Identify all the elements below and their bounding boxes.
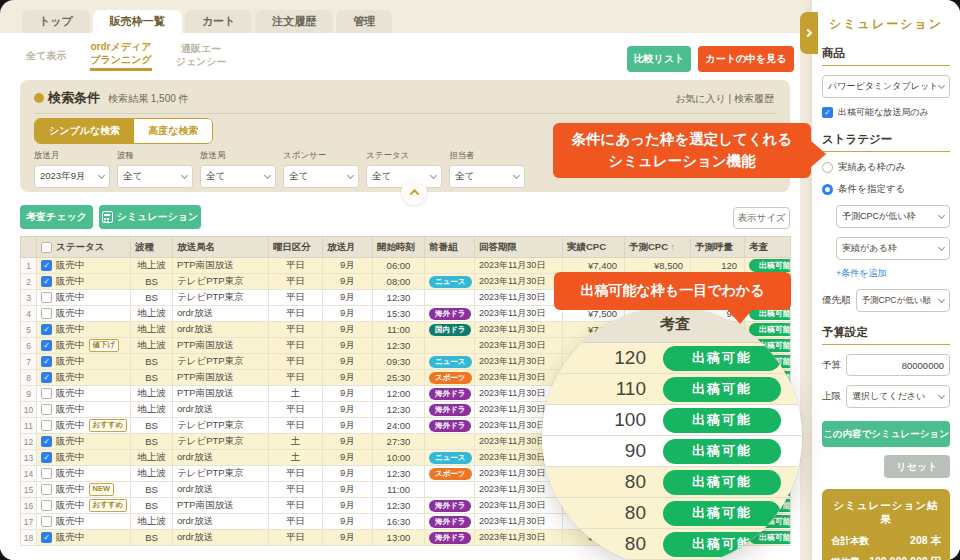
view-cart-button[interactable]: カートの中を見る — [698, 46, 794, 72]
specify-conditions-radiorow[interactable]: 条件を指定する — [822, 183, 950, 196]
specify-conditions-radio[interactable] — [822, 184, 833, 195]
magnified-publishable-pill: 出稿可能 — [663, 501, 781, 526]
divider — [34, 113, 776, 114]
row-checkbox[interactable] — [41, 388, 52, 399]
tab-カート[interactable]: カート — [185, 10, 253, 33]
status-cell: 販売中 — [37, 258, 131, 274]
station-cell: テレビPTP東京 — [173, 290, 269, 306]
col-header-考査[interactable]: 考査 — [745, 237, 791, 258]
cap-select[interactable]: 選択してください — [846, 385, 950, 408]
favorites-link[interactable]: お気に入り — [675, 93, 726, 104]
tab-管理[interactable]: 管理 — [336, 10, 392, 33]
chevron-down-icon — [347, 172, 354, 179]
band-cell: BS — [131, 498, 173, 514]
publishable-pill[interactable]: 出稿可能 — [749, 323, 791, 337]
tab-販売枠一覧[interactable]: 販売枠一覧 — [93, 10, 182, 33]
row-checkbox[interactable] — [41, 308, 52, 319]
row-checkbox[interactable] — [41, 260, 52, 271]
row-checkbox[interactable] — [41, 500, 52, 511]
row-checkbox[interactable] — [41, 468, 52, 479]
review-check-button[interactable]: 考査チェック — [20, 205, 93, 229]
result-label: 媒体費 — [831, 556, 860, 560]
row-checkbox[interactable] — [41, 420, 52, 431]
col-header-放送局名[interactable]: 放送局名 — [173, 237, 269, 258]
genre-pill-海外ドラ: 海外ドラ — [429, 516, 471, 528]
row-checkbox[interactable] — [41, 452, 52, 463]
add-condition-link[interactable]: +条件を追加 — [836, 267, 950, 280]
col-header-開始時刻[interactable]: 開始時刻 — [373, 237, 425, 258]
time-cell: 12:30 — [373, 402, 425, 418]
publishable-stations-checkrow[interactable]: 出稿可能な放送局のみ — [822, 106, 950, 119]
month-cell: 9月 — [323, 498, 373, 514]
status-inner: 販売中 — [41, 291, 126, 304]
publishable-stations-label: 出稿可能な放送局のみ — [838, 106, 929, 119]
filter-select-担当者[interactable]: 全て — [449, 165, 525, 188]
header-label: 考査 — [749, 241, 768, 252]
filter-select-放送局[interactable]: 全て — [200, 165, 276, 188]
tab-注文履歴[interactable]: 注文履歴 — [255, 10, 333, 33]
row-checkbox[interactable] — [41, 484, 52, 495]
day-cell: 平日 — [269, 498, 323, 514]
band-cell: BS — [131, 274, 173, 290]
sidebar-collapse-tab[interactable] — [800, 12, 818, 54]
col-header-回答期限[interactable]: 回答期限 — [475, 237, 563, 258]
col-header-波種[interactable]: 波種 — [131, 237, 173, 258]
filter-select-放送月[interactable]: 2023年9月 — [34, 165, 110, 188]
actual-results-radiorow[interactable]: 実績ある枠のみ — [822, 161, 950, 174]
col-header-前番組[interactable]: 前番組 — [425, 237, 475, 258]
row-checkbox[interactable] — [41, 404, 52, 415]
col-header-放送月[interactable]: 放送月 — [323, 237, 373, 258]
row-checkbox[interactable] — [41, 324, 52, 335]
status-cell: 販売中おすすめ — [37, 498, 131, 514]
chevron-down-icon — [938, 296, 945, 303]
specify-conditions-label: 条件を指定する — [838, 183, 905, 196]
col-header-実績CPC[interactable]: 実績CPC — [563, 237, 625, 258]
search-links: お気に入り | 検索履歴 — [675, 92, 774, 106]
condition2-select[interactable]: 実績がある枠 — [836, 237, 950, 260]
status-label: 販売中 — [56, 387, 85, 400]
row-checkbox[interactable] — [41, 532, 52, 543]
row-checkbox[interactable] — [41, 516, 52, 527]
simulation-button[interactable]: シミュレーション — [99, 205, 201, 229]
product-select[interactable]: パワービタミンタブレット — [822, 75, 950, 98]
subtab-ordrメディアプランニング[interactable]: ordrメディアプランニング — [90, 40, 151, 71]
simple-search-tab[interactable]: シンプルな検索 — [35, 119, 134, 143]
run-simulation-button[interactable]: この内容でシミュレーション — [822, 421, 950, 447]
deadline-cell: 2023年11月30日 — [475, 482, 563, 498]
history-link[interactable]: 検索履歴 — [734, 93, 774, 104]
row-checkbox[interactable] — [41, 340, 52, 351]
compare-list-button[interactable]: 比較リスト — [627, 46, 691, 72]
row-checkbox[interactable] — [41, 372, 52, 383]
condition1-select[interactable]: 予測CPCが低い枠 — [836, 205, 950, 228]
results-title: シミュレーション結果 — [831, 499, 941, 527]
row-number: 10 — [21, 402, 37, 418]
col-header-予測CPC[interactable]: 予測CPC ↑ — [625, 237, 691, 258]
display-size-button[interactable]: 表示サイズ — [733, 207, 790, 229]
condition2-value: 実績がある枠 — [842, 242, 936, 255]
reset-button[interactable]: リセット — [884, 455, 950, 478]
filter-select-波種[interactable]: 全て — [117, 165, 193, 188]
magnified-publishable-pill: 出稿可能 — [663, 470, 781, 495]
select-all-checkbox[interactable] — [41, 242, 52, 253]
subtab-全て表示[interactable]: 全て表示 — [26, 49, 66, 62]
budget-input[interactable]: 80000000 — [846, 354, 950, 376]
tab-トップ[interactable]: トップ — [22, 10, 90, 33]
row-checkbox[interactable] — [41, 436, 52, 447]
status-inner: 販売中 — [41, 307, 126, 320]
time-cell: 12:30 — [373, 498, 425, 514]
collapse-search-button[interactable] — [401, 179, 427, 205]
priority-select[interactable]: 予測CPCが低い順 — [856, 289, 951, 312]
row-checkbox[interactable] — [41, 356, 52, 367]
row-checkbox[interactable] — [41, 292, 52, 303]
row-checkbox[interactable] — [41, 276, 52, 287]
status-inner: 販売中 — [41, 275, 126, 288]
advanced-search-tab[interactable]: 高度な検索 — [134, 119, 212, 143]
filter-select-スポンサー[interactable]: 全て — [283, 165, 359, 188]
publishable-pill[interactable]: 出稿可能 — [749, 259, 791, 273]
col-header-曜日区分[interactable]: 曜日区分 — [269, 237, 323, 258]
subtab-通販エージェンシー[interactable]: 通販エージェンシー — [176, 42, 227, 68]
publishable-stations-checkbox[interactable] — [822, 107, 833, 118]
col-header-予測呼量[interactable]: 予測呼量 — [691, 237, 745, 258]
col-header-ステータス[interactable]: ステータス — [37, 237, 131, 258]
header-label: 曜日区分 — [273, 241, 311, 252]
